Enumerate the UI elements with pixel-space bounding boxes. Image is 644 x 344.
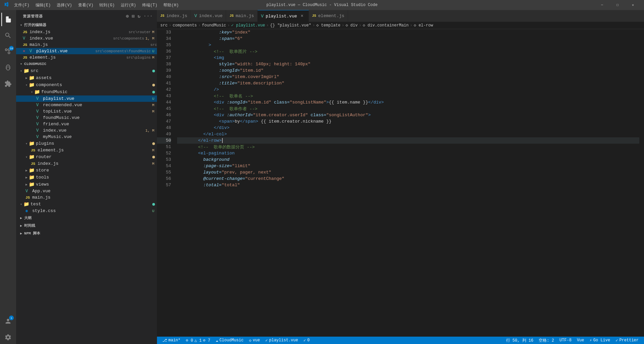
crumb-playlistvue[interactable]: ✓ playlist.vue (231, 23, 265, 28)
status-vue-indicator[interactable]: ◇ vue (246, 337, 263, 344)
minimize-button[interactable]: ─ (594, 0, 610, 10)
debug-icon[interactable] (1, 61, 15, 74)
status-prettier[interactable]: ✓ Prettier (613, 337, 641, 344)
file-foundmusicvue[interactable]: V foundMusic.vue (16, 115, 157, 121)
menu-goto[interactable]: 转到(G) (97, 2, 117, 9)
account-icon[interactable]: 1 (1, 315, 15, 328)
file-stylecss[interactable]: ◉ style.css U (16, 208, 157, 214)
status-cursor-pos[interactable]: 行 50, 列 16 (503, 337, 536, 344)
crumb-json[interactable]: {} "playlist.vue" (270, 23, 311, 28)
close-button[interactable]: ✕ (625, 0, 641, 10)
folder-tools[interactable]: ▶ 📁 tools (16, 174, 157, 181)
tab-playlistvue-label: playlist.vue (266, 14, 297, 19)
folder-arrow-src: ▾ (20, 69, 22, 73)
zero-text: 0 (307, 338, 310, 343)
folder-components[interactable]: ▾ 📁 components (16, 81, 157, 88)
prettier-icon: ✓ (615, 338, 618, 343)
folder-store[interactable]: ▶ 📁 store (16, 167, 157, 174)
explorer-icon[interactable] (1, 13, 15, 26)
file-appvue[interactable]: V App.vue (16, 188, 157, 194)
menu-help[interactable]: 帮助(H) (161, 2, 181, 9)
new-folder-icon[interactable]: ⊞ (132, 13, 135, 19)
status-cloudmusic[interactable]: ☁ CloudMusic (213, 337, 246, 344)
crumb-foundmusic[interactable]: foundMusic (202, 23, 226, 28)
status-git-branch[interactable]: ⎇ main* (160, 337, 183, 344)
status-check-zero[interactable]: ✓ 0 (301, 337, 312, 344)
npm-header[interactable]: ▶ NPM 脚本 (16, 229, 157, 237)
extensions-icon[interactable] (1, 77, 15, 90)
maximize-button[interactable]: □ (610, 0, 625, 10)
file-recommendedvue[interactable]: V recommended.vue M (16, 102, 157, 108)
open-editors-header[interactable]: ▾ 打开的编辑器 (16, 21, 157, 29)
tab-indexvue[interactable]: V index.vue (191, 10, 226, 22)
folder-assets[interactable]: ▶ 📁 assets (16, 74, 157, 81)
code-line-39: :songId="item.id" (177, 67, 639, 74)
vue-icon-7: V (36, 122, 42, 127)
folder-views[interactable]: ▶ 📁 views (16, 181, 157, 188)
tab-close-button[interactable]: × (299, 13, 305, 19)
folder-icon-foundmusic: 📁 (34, 89, 40, 95)
search-icon[interactable] (1, 29, 15, 42)
open-editor-playlistvue[interactable]: ✕ V playlist.vue src\components\foundMus… (16, 48, 157, 54)
status-errors[interactable]: ⊙ 0 △ 1 ⊘ 7 (183, 337, 213, 344)
settings-icon[interactable] (1, 331, 15, 344)
open-editor-indexvue[interactable]: V index.vue src\components 1, M (16, 35, 157, 42)
folder-src[interactable]: ▾ 📁 src (16, 67, 157, 74)
menu-view[interactable]: 查看(V) (75, 2, 96, 9)
folder-plugins[interactable]: ▾ 📁 plugins (16, 140, 157, 147)
source-control-icon[interactable]: 10 (1, 45, 15, 58)
refresh-icon[interactable]: ↻ (138, 13, 141, 19)
file-router-indexjs[interactable]: JS index.js M (16, 160, 157, 167)
file-friendvue[interactable]: V friend.vue (16, 121, 157, 127)
crumb-div[interactable]: ◇ div (345, 23, 358, 28)
tab-playlistvue[interactable]: V playlist.vue × (258, 10, 309, 22)
more-options-icon[interactable]: ··· (144, 13, 153, 19)
file-playlistvue-name: playlist.vue (43, 96, 151, 101)
menu-run[interactable]: 运行(R) (118, 2, 139, 9)
file-src-mainjs[interactable]: JS main.js (16, 194, 157, 201)
line-45: 45 (157, 106, 171, 112)
open-editor-elementjs[interactable]: JS element.js src\plugins M (16, 54, 157, 61)
menu-edit[interactable]: 编辑(E) (33, 2, 54, 9)
folder-foundmusic[interactable]: ▾ 📁 foundMusic (16, 88, 157, 95)
status-go-live[interactable]: ⚡ Go Live (587, 337, 613, 344)
tab-indexjs[interactable]: JS index.js (157, 10, 191, 22)
status-encoding[interactable]: UTF-8 (557, 337, 574, 344)
cloudmusic-header[interactable]: ▾ CLOUDMUSIC (16, 61, 157, 67)
code-editor[interactable]: 33 34 35 36 37 38 39 40 41 42 43 44 45 4… (157, 29, 644, 337)
folder-icon-src: 📁 (23, 68, 29, 74)
tab-mainjs-label: main.js (235, 13, 254, 18)
file-playlistvue[interactable]: V playlist.vue U (16, 95, 157, 102)
open-editor-indexjs[interactable]: JS index.js src\router M (16, 29, 157, 35)
outline-header[interactable]: ▶ 大纲 (16, 214, 157, 222)
open-editor-mainjs[interactable]: JS main.js src (16, 42, 157, 48)
status-playlist[interactable]: ✓ playlist.vue (263, 337, 301, 344)
folder-test[interactable]: ▾ 📁 test (16, 201, 157, 208)
crumb-components[interactable]: components (173, 23, 197, 28)
open-editor-playlistvue-path: src\components\foundMusic (95, 49, 151, 53)
file-mymusicvue[interactable]: V myMusic.vue (16, 134, 157, 140)
status-language[interactable]: Vue (574, 337, 587, 344)
crumb-src[interactable]: src (160, 23, 168, 28)
tab-mainjs[interactable]: JS main.js (226, 10, 258, 22)
code-line-56: @current-change="currentChange" (177, 176, 639, 182)
crumb-elrow[interactable]: ◇ el-row (414, 23, 433, 28)
status-spaces[interactable]: 空格: 2 (536, 337, 557, 344)
file-recommendedvue-name: recommended.vue (43, 102, 151, 108)
crumb-template[interactable]: ◇ template (316, 23, 340, 28)
menu-select[interactable]: 选择(V) (54, 2, 75, 9)
code-line-51: <!-- 歌单的数据分页 --> (177, 144, 639, 150)
menu-file[interactable]: 文件(F) (11, 2, 32, 9)
folder-arrow-assets: ▶ (25, 76, 28, 80)
file-elementjs[interactable]: JS element.js M (16, 147, 157, 153)
file-indexvue[interactable]: V index.vue 1, M (16, 127, 157, 134)
menu-terminal[interactable]: 终端(T) (140, 2, 160, 9)
folder-test-name: test (31, 202, 151, 207)
tab-elementjs[interactable]: JS element.js (309, 10, 348, 22)
folder-router[interactable]: ▾ 📁 router (16, 153, 157, 160)
file-toplistvue[interactable]: V topList.vue M (16, 108, 157, 115)
new-file-icon[interactable]: ⊕ (126, 13, 129, 19)
crumb-containermain[interactable]: ◇ div.containerMain (363, 23, 409, 28)
timeline-header[interactable]: ▶ 时间线 (16, 222, 157, 229)
line-49: 49 (157, 131, 171, 137)
